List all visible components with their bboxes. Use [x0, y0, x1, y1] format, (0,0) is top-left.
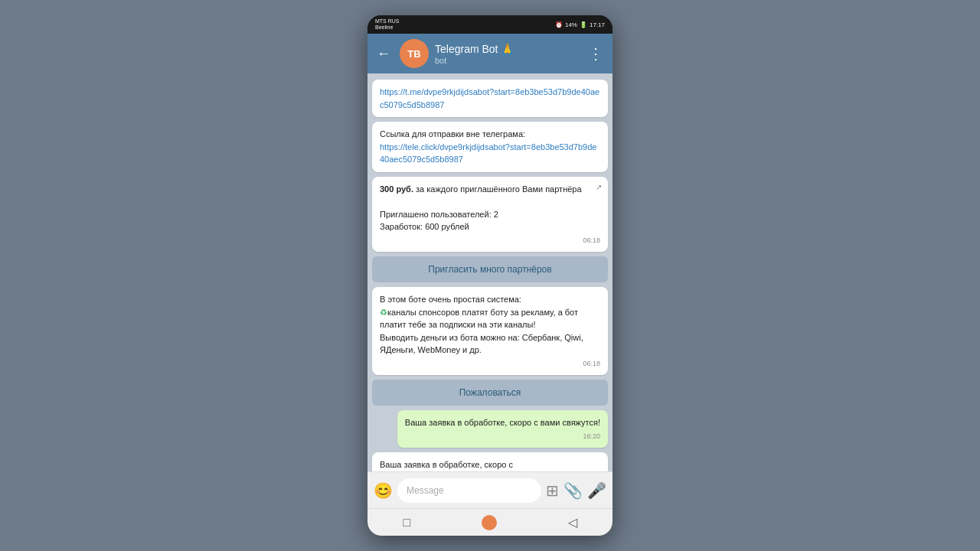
system-info-text: В этом боте очень простая система:♻канал… — [380, 295, 583, 354]
message-time: 06:18 — [380, 236, 600, 246]
grid-icon[interactable]: ⊞ — [546, 481, 559, 500]
invite-partners-button[interactable]: Пригласить много партнёров — [372, 256, 608, 282]
carrier-info: MTS RUS Beeline — [375, 18, 400, 30]
notification-dot — [482, 515, 497, 530]
message-bubble: Ссылка для отправки вне телеграма: https… — [372, 122, 608, 172]
complain-button[interactable]: Пожаловаться — [372, 380, 608, 406]
forward-arrow-icon: ↗ — [596, 181, 602, 193]
status-right: ⏰ 14% 🔋 17:17 — [555, 21, 605, 28]
carrier-name: MTS RUS — [375, 18, 400, 24]
invite-partners-label: Пригласить много партнёров — [428, 264, 551, 275]
attach-icon[interactable]: 📎 — [564, 481, 583, 500]
triangle-nav-icon[interactable]: ◁ — [568, 515, 577, 530]
input-right-icons: ⊞ 📎 🎤 — [546, 481, 606, 500]
input-bar: 😊 Message ⊞ 📎 🎤 — [368, 471, 612, 508]
phone-container: MTS RUS Beeline ⏰ 14% 🔋 17:17 ← TB Teleg… — [368, 15, 612, 536]
message-bubble-truncated: Ваша заявка в обработке, скоро с — [372, 452, 608, 471]
external-link[interactable]: https://tele.click/dvpe9rkjdijdsabot?sta… — [380, 142, 596, 165]
reward-text: за каждого приглашённого Вами партнёра — [416, 184, 582, 194]
link-label: Ссылка для отправки вне телеграма: — [380, 129, 525, 139]
more-button[interactable]: ⋮ — [585, 41, 606, 66]
invite-link-short[interactable]: https://t.me/dvpe9rkjdijdsabot?start=8eb… — [380, 87, 599, 109]
status-bar: MTS RUS Beeline ⏰ 14% 🔋 17:17 — [368, 15, 612, 34]
battery-icon: 🔋 — [580, 21, 587, 28]
avatar-text: TB — [407, 48, 420, 60]
square-nav-icon[interactable]: □ — [403, 516, 410, 530]
battery-level: 14% — [565, 21, 577, 28]
message-bubble: ↗ 300 руб. за каждого приглашённого Вами… — [372, 177, 608, 253]
message-time: 16:20 — [405, 432, 600, 442]
back-button[interactable]: ← — [374, 43, 394, 65]
message-input[interactable]: Message — [397, 478, 541, 503]
message-bubble: В этом боте очень простая система:♻канал… — [372, 287, 608, 375]
avatar: TB — [400, 39, 429, 68]
chat-status: bot — [435, 56, 579, 65]
chat-name: Telegram Bot 🙏 — [435, 42, 579, 56]
message-placeholder: Message — [407, 485, 444, 496]
complain-label: Пожаловаться — [459, 387, 521, 398]
nav-bar: □ ◁ — [368, 508, 612, 536]
header-info: Telegram Bot 🙏 bot — [435, 42, 579, 65]
sub-carrier: Beeline — [375, 24, 400, 31]
reward-amount: 300 руб. — [380, 184, 413, 194]
truncated-text: Ваша заявка в обработке, скоро с — [380, 460, 513, 469]
chat-area: https://t.me/dvpe9rkjdijdsabot?start=8eb… — [368, 73, 612, 471]
message-time: 06:18 — [380, 359, 600, 370]
message-bubble: https://t.me/dvpe9rkjdijdsabot?start=8eb… — [372, 80, 608, 117]
alarm-icon: ⏰ — [555, 21, 563, 28]
invited-count-label: Приглашено пользователей: 2 — [380, 210, 498, 219]
user-message-text: Ваша заявка в обработке, скоро с вами св… — [405, 418, 600, 427]
user-message-bubble: Ваша заявка в обработке, скоро с вами св… — [397, 410, 608, 448]
chat-header: ← TB Telegram Bot 🙏 bot ⋮ — [368, 34, 612, 73]
mic-icon[interactable]: 🎤 — [587, 481, 606, 500]
emoji-icon[interactable]: 😊 — [374, 481, 393, 500]
earnings-label: Заработок: 600 рублей — [380, 222, 469, 231]
time-display: 17:17 — [590, 21, 605, 28]
